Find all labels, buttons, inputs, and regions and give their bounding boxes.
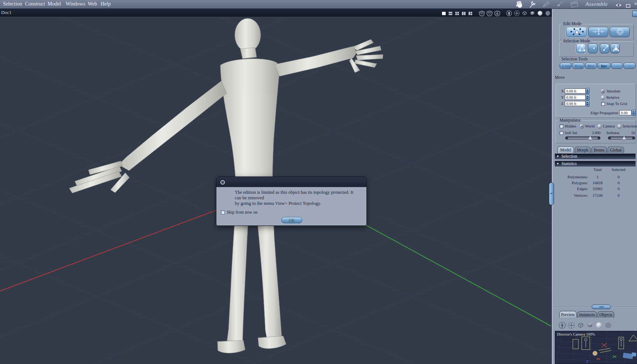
world-radio[interactable] xyxy=(580,124,584,128)
move-z-spinner[interactable] xyxy=(586,101,589,106)
move-x-input[interactable] xyxy=(565,88,586,94)
softness-slider[interactable] xyxy=(608,136,635,140)
menu-model[interactable]: Model xyxy=(48,1,61,7)
pan-move-icon[interactable] xyxy=(568,322,575,330)
svg-text:Z: Z xyxy=(586,360,589,364)
edge-propagation-spinner[interactable] xyxy=(632,110,636,116)
dialog-message-line1: The edition is limited as this object ha… xyxy=(235,190,353,200)
tab-global[interactable]: Global xyxy=(608,147,624,153)
menu-help[interactable]: Help xyxy=(101,1,111,7)
tab-preview[interactable]: Preview xyxy=(559,311,577,318)
wireframe-cube-icon[interactable] xyxy=(577,322,584,330)
tab-instances[interactable]: Instances xyxy=(577,311,597,318)
tab-objects[interactable]: Objects xyxy=(598,311,614,318)
dialog-body: The edition is limited as this object ha… xyxy=(216,187,367,226)
vertices-selected: 0 xyxy=(606,193,631,197)
absolute-label: Absolute xyxy=(606,89,620,93)
doc-tab[interactable]: Doc1 xyxy=(1,10,11,15)
select-point-button[interactable] xyxy=(588,43,598,53)
edge-propagation-label: Edge Propagation xyxy=(575,111,618,115)
absolute-radio[interactable] xyxy=(601,89,605,93)
document-tab-bar: Doc1 xyxy=(0,9,552,17)
move-y-spinner[interactable] xyxy=(586,94,589,100)
menu-selection[interactable]: Selection xyxy=(3,1,22,7)
menu-construct[interactable]: Construct xyxy=(25,1,45,7)
soft-selection-checkbox[interactable] xyxy=(560,131,563,135)
edges-label: Edges: xyxy=(555,186,589,191)
selection-radio[interactable] xyxy=(617,124,622,128)
selection-radio-label: Selection xyxy=(623,124,637,128)
grow-button[interactable]: + xyxy=(623,63,636,69)
move-z-input[interactable] xyxy=(565,101,586,106)
select-edge-button[interactable] xyxy=(600,43,609,53)
relative-radio[interactable] xyxy=(601,95,605,99)
ring-button[interactable]: Ring xyxy=(572,63,584,69)
close-icon[interactable]: × xyxy=(634,1,637,7)
loop-button[interactable]: Loop xyxy=(560,63,571,69)
edit-mode-object-button[interactable] xyxy=(566,27,587,37)
shaded-cube-icon[interactable] xyxy=(586,322,594,330)
polymeshes-selected: 0 xyxy=(606,175,631,179)
total-column-header: Total xyxy=(589,167,606,172)
tab-bones[interactable]: Bones xyxy=(591,147,607,153)
edit-mode-uv-button[interactable] xyxy=(610,27,630,37)
skip-checkbox[interactable] xyxy=(221,210,225,214)
stats-row-polygons: Polygons: 16828 0 xyxy=(555,181,636,185)
panel-collapse-button[interactable] xyxy=(632,11,637,17)
dialog-message-line2: by going to the menu View> Protect Topol… xyxy=(235,201,321,206)
polymeshes-total: 1 xyxy=(589,175,606,179)
softness-label: Softness xyxy=(606,131,620,135)
edit-mode-title: Edit Mode xyxy=(562,21,583,26)
selection-tools-title: Selection Tools xyxy=(561,57,588,61)
panel-splitter-handle[interactable] xyxy=(549,182,554,205)
stats-row-polymeshes: Polymeshes: 1 0 xyxy=(555,175,636,179)
selection-section-header[interactable]: Selection xyxy=(555,154,636,159)
menu-windows[interactable]: Windows xyxy=(66,1,85,7)
app-window: Selection Construct Model Windows Web He… xyxy=(0,0,637,364)
tab-morph[interactable]: Morph xyxy=(575,147,591,153)
shaded-sphere-icon[interactable] xyxy=(595,322,603,330)
selection-mode-title: Selection Mode xyxy=(562,39,592,43)
manipulator-title: Manipulator xyxy=(558,118,582,122)
statistics-column-headers: Total Selected xyxy=(555,167,636,172)
stats-row-vertices: Vertices: 17246 0 xyxy=(555,193,636,197)
menu-bar: Selection Construct Model Windows Web He… xyxy=(0,0,637,9)
between-button[interactable]: Btw xyxy=(585,63,597,69)
z-axis-label: Z xyxy=(561,102,563,106)
preview-toolbar xyxy=(558,322,612,330)
properties-panel: Edit Mode Selection Mode Selection Tools xyxy=(552,9,637,364)
ok-button[interactable]: OK xyxy=(281,217,302,223)
menu-web[interactable]: Web xyxy=(88,1,97,7)
move-x-spinner[interactable] xyxy=(586,88,589,94)
stats-row-edges: Edges: 33982 0 xyxy=(555,186,636,191)
preview-camera-label: Director's Camera 100% xyxy=(557,332,595,336)
edit-mode-skeleton-button[interactable] xyxy=(588,27,608,37)
textured-sphere-icon[interactable] xyxy=(605,322,612,330)
snap-to-grid-checkbox[interactable] xyxy=(601,102,605,106)
select-vertex-button[interactable] xyxy=(576,43,586,53)
hidden-checkbox[interactable] xyxy=(560,125,563,128)
vertices-label: Vertices: xyxy=(555,193,589,197)
bottom-splitter-handle[interactable] xyxy=(592,305,611,309)
select-face-button[interactable] xyxy=(610,43,620,53)
eye-icon[interactable] xyxy=(615,2,622,9)
camera-label: Camera xyxy=(603,124,615,128)
tab-model[interactable]: Model xyxy=(557,146,574,153)
polygons-label: Polygons: xyxy=(555,181,589,185)
restore-window-icon[interactable] xyxy=(626,3,630,9)
softness-value: 50 xyxy=(629,131,635,135)
soft-selection-slider[interactable] xyxy=(565,136,601,140)
z-axis-green xyxy=(354,218,551,326)
invert-button[interactable]: Inv xyxy=(598,63,610,69)
camera-radio[interactable] xyxy=(598,124,602,128)
statistics-section-header[interactable]: Statistics xyxy=(555,161,636,167)
move-title: Move xyxy=(555,75,565,80)
edge-propagation-input[interactable] xyxy=(619,110,631,115)
move-y-input[interactable] xyxy=(565,95,586,100)
orbit-up-icon[interactable] xyxy=(558,322,566,330)
edges-selected: 0 xyxy=(606,186,631,191)
shrink-button[interactable]: - xyxy=(611,63,623,69)
polygons-total: 16828 xyxy=(589,181,606,185)
preview-viewport[interactable]: Z Director's Camera 100% xyxy=(555,331,637,364)
dialog-title-bar[interactable] xyxy=(216,176,367,187)
